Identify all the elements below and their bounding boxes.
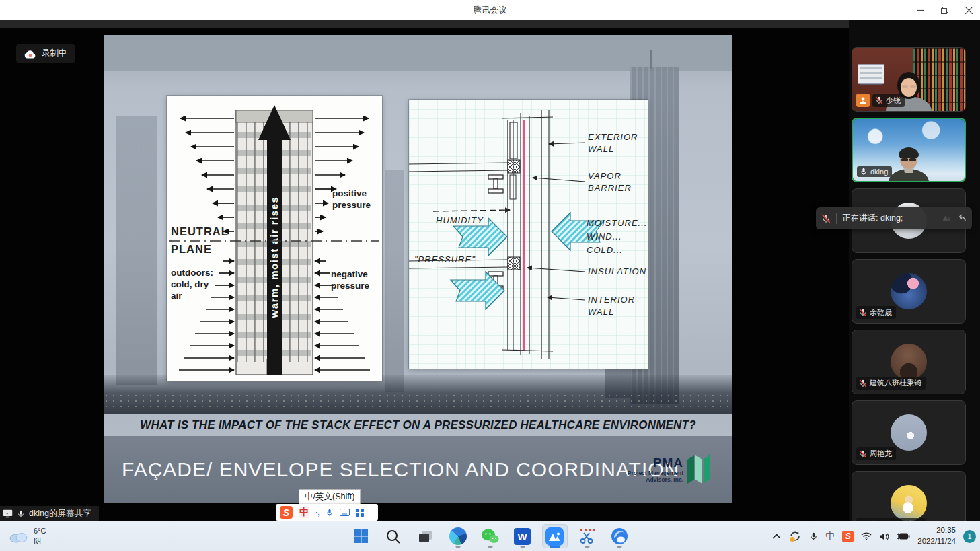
avatar	[891, 344, 927, 380]
speaking-toast[interactable]: 正在讲话: dking;	[816, 207, 972, 229]
windows-start-icon	[353, 528, 369, 544]
recording-indicator[interactable]: 录制中	[16, 44, 75, 63]
positive-pressure-label-1: positive	[332, 188, 367, 198]
ime-keyboard-icon[interactable]	[340, 509, 350, 516]
tray-ime-indicator[interactable]: 中	[825, 530, 835, 542]
negative-pressure-label-2: pressure	[331, 281, 370, 291]
meeting-content: 录制中	[0, 20, 980, 521]
close-button[interactable]	[964, 5, 973, 15]
ime-toolbar[interactable]: S 中 ·,	[276, 504, 378, 521]
avatar	[891, 485, 927, 521]
slide-footer-title: FAÇADE/ ENVELOPE SELECTION AND COORDINAT…	[122, 458, 679, 481]
participant-tile-dking[interactable]: dking	[852, 118, 966, 182]
wifi-icon[interactable]	[861, 532, 872, 540]
wind-label: WIND...	[587, 231, 622, 242]
search-button[interactable]	[381, 524, 406, 548]
tray-chevron-icon[interactable]	[772, 534, 781, 539]
speaker-icon[interactable]	[879, 532, 889, 541]
neutral-plane-label-2: PLANE	[171, 243, 212, 255]
sync-status-icon[interactable]	[788, 530, 802, 542]
snipping-tool-icon	[578, 528, 595, 545]
skyline-building	[116, 116, 157, 385]
skyline-building	[385, 170, 404, 392]
pma-line-2: Advisors, Inc.	[628, 477, 683, 484]
stack-arrow-label: warm, moist air rises	[268, 196, 280, 319]
ime-tooltip: 中/英文(Shift)	[299, 489, 361, 505]
word-button[interactable]: W	[510, 524, 535, 548]
insulation-label: INSULATION	[588, 266, 646, 277]
tray-clock[interactable]: 20:35 2022/11/24	[917, 525, 956, 546]
ime-voice-icon[interactable]	[326, 509, 334, 517]
tencent-meeting-icon	[545, 527, 564, 546]
mic-muted-icon	[859, 450, 867, 458]
participant-name: 建筑八班杜秉锜	[870, 378, 921, 388]
search-icon	[385, 529, 401, 544]
ime-mode-toggle[interactable]: 中	[299, 507, 309, 518]
humidity-label: HUMIDITY	[436, 215, 484, 225]
participant-tile-yuqiansheng[interactable]: 余乾晟	[852, 259, 966, 324]
window-title: 腾讯会议	[0, 0, 980, 20]
wechat-button[interactable]	[478, 524, 503, 548]
tray-time: 20:35	[917, 525, 956, 536]
toast-divider	[836, 213, 837, 224]
participant-name: dking	[870, 168, 888, 176]
speaking-toast-text: 正在讲话: dking;	[842, 213, 936, 224]
snipping-tool-button[interactable]	[574, 524, 600, 548]
task-view-button[interactable]	[413, 524, 439, 548]
positive-pressure-label-2: pressure	[332, 200, 371, 210]
negative-pressure-label-1: negative	[331, 269, 368, 279]
window-titlebar[interactable]: 腾讯会议	[0, 0, 980, 20]
task-view-icon	[418, 528, 434, 544]
screen-share-label: dking的屏幕共享	[29, 508, 91, 519]
participant-tile-zhouyanlong[interactable]: 周艳龙	[852, 400, 966, 465]
restore-icon	[941, 7, 948, 14]
avatar	[891, 273, 927, 309]
ime-toolbox-icon[interactable]	[356, 509, 364, 517]
weather-temp: 6°C	[34, 526, 46, 536]
exterior-wall-label-1: EXTERIOR	[588, 132, 638, 142]
tray-sogou-icon[interactable]: S	[842, 531, 854, 542]
tray-date: 2022/11/24	[917, 536, 956, 547]
participant-tile-shaorui[interactable]: 少锐	[852, 47, 966, 112]
pma-abbr: PMA	[628, 455, 683, 470]
notification-badge[interactable]: 1	[963, 530, 976, 543]
qq-browser-icon	[611, 527, 628, 545]
avatar	[891, 414, 927, 451]
minimize-button[interactable]	[915, 5, 925, 15]
start-button[interactable]	[348, 524, 374, 548]
ime-punctuation-toggle[interactable]: ·,	[315, 507, 319, 517]
interior-wall-label-2: WALL	[588, 307, 614, 317]
tencent-meeting-app-button[interactable]	[542, 524, 568, 548]
undo-arrow-icon[interactable]	[956, 214, 967, 223]
weather-widget[interactable]: 6°C 阴	[8, 524, 46, 548]
annotate-pen-icon[interactable]	[942, 214, 952, 223]
mic-muted-icon	[875, 96, 883, 104]
mic-muted-icon	[859, 379, 867, 388]
restore-button[interactable]	[940, 5, 949, 15]
outdoors-label-1: outdoors:	[171, 268, 213, 278]
qq-browser-button[interactable]	[607, 524, 632, 548]
neutral-plane-label-1: NEUTRAL	[171, 225, 229, 237]
interior-wall-label-1: INTERIOR	[588, 295, 635, 305]
stage-top-strip	[0, 20, 849, 28]
close-icon	[965, 7, 973, 14]
mic-muted-icon	[821, 214, 831, 223]
tencent-meeting-window: 腾讯会议 录制中	[0, 0, 980, 551]
mic-on-icon	[860, 168, 868, 176]
battery-icon[interactable]	[897, 532, 910, 540]
recording-label: 录制中	[42, 48, 67, 59]
tray-mic-icon[interactable]	[809, 532, 818, 541]
edge-browser-button[interactable]	[445, 524, 471, 548]
sogou-logo-icon[interactable]: S	[280, 506, 293, 519]
participant-name: 余乾晟	[870, 307, 892, 318]
host-badge-icon	[856, 94, 870, 107]
slide-sky	[104, 35, 732, 71]
edge-icon	[449, 527, 467, 545]
screen-share-icon	[3, 509, 13, 518]
mic-icon	[17, 510, 25, 518]
participant-tile-dubingqi[interactable]: 建筑八班杜秉锜	[852, 330, 966, 394]
vapor-barrier-label-2: BARRIER	[588, 183, 632, 193]
screen-share-banner[interactable]: dking的屏幕共享	[0, 506, 99, 521]
participant-name: 周艳龙	[870, 449, 892, 459]
weather-cloud-icon	[8, 529, 28, 543]
